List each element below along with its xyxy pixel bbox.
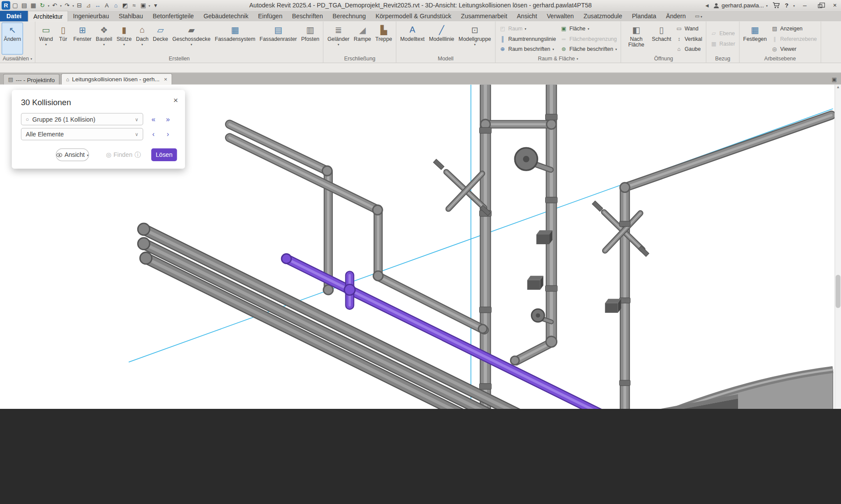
pipe-fitting[interactable] (138, 238, 149, 249)
sync-with-central-icon[interactable]: ↻ (38, 1, 47, 10)
panel-label-erschließung[interactable]: Erschließung (324, 55, 396, 63)
pipe-anchor-cube[interactable] (527, 276, 543, 290)
save-icon[interactable]: ▦ (29, 1, 38, 10)
ribbon-button-fläche-beschriften[interactable]: ⊛Fläche beschriften▾ (559, 44, 618, 53)
minimize-button[interactable]: – (800, 0, 810, 11)
ribbon-tab-ansicht[interactable]: Ansicht (512, 11, 542, 22)
ribbon-button-pfosten[interactable]: ▥Pfosten (299, 23, 321, 55)
previous-group-button[interactable]: « (149, 115, 158, 123)
vertical-scroll-thumb[interactable] (836, 275, 841, 308)
collision-group-dropdown[interactable]: ○ Gruppe 26 (1 Kollision) ∨ (21, 113, 143, 125)
pipe-fitting[interactable] (478, 325, 487, 333)
ribbon-button-fläche[interactable]: ▣Fläche▾ (559, 23, 618, 33)
ribbon-button-fassadenraster[interactable]: ▤Fassadenraster (258, 23, 299, 55)
switch-windows-icon-caret[interactable]: ▾ (149, 3, 150, 7)
close-button[interactable]: × (830, 0, 840, 11)
sync-with-central-icon-caret[interactable]: ▾ (48, 3, 50, 7)
pipe-anchor-cube[interactable] (605, 299, 621, 313)
redo-icon[interactable]: ↷ (63, 1, 71, 10)
view-button[interactable]: Ansicht ▾ (56, 148, 89, 161)
ribbon-button-raster[interactable]: ▦Raster (709, 39, 736, 48)
pipe-fitting[interactable] (373, 271, 383, 281)
pipe-segment[interactable] (144, 244, 575, 409)
ribbon-tab-gebäudetechnik[interactable]: Gebäudetechnik (199, 11, 253, 22)
ribbon-button-schacht[interactable]: ▯Schacht (650, 23, 674, 55)
ribbon-button-treppe[interactable]: ▙Treppe (373, 23, 394, 55)
ribbon-button-modellgruppe[interactable]: ⊡Modellgruppe▾ (457, 23, 493, 55)
thin-lines-icon[interactable]: ≈ (130, 1, 139, 10)
help-button[interactable]: ? (785, 2, 788, 9)
ribbon-button-dach[interactable]: ⌂Dach▾ (134, 23, 151, 55)
pipe-fitting[interactable] (344, 285, 355, 295)
panel-label-raum-fläche[interactable]: Raum & Fläche▾ (495, 55, 621, 63)
ribbon-tab-berechnung[interactable]: Berechnung (328, 11, 371, 22)
collision-elements-dropdown[interactable]: Alle Elemente ∨ (21, 128, 143, 140)
pipe-fitting[interactable] (138, 223, 149, 235)
pipe-fitting[interactable] (281, 254, 291, 263)
ribbon-button-vertikal[interactable]: ↕Vertikal (675, 34, 703, 43)
ribbon-tab-stahlbau[interactable]: Stahlbau (114, 11, 148, 22)
ribbon-button-flächenbegrenzung[interactable]: ═Flächenbegrenzung (559, 34, 618, 43)
ribbon-button-raum-beschriften[interactable]: ⊕Raum beschriften▾ (498, 44, 557, 53)
pipe-fitting[interactable] (546, 336, 557, 347)
sprinkler-paddle[interactable] (434, 159, 444, 169)
ribbon-button-fenster[interactable]: ⊞Fenster (71, 23, 94, 55)
valve-handle-large[interactable] (515, 148, 551, 170)
pipe-coupling[interactable] (619, 380, 630, 385)
pipe-coupling[interactable] (619, 221, 630, 226)
pipe-coupling[interactable] (546, 197, 557, 203)
help-caret-icon[interactable]: ▾ (793, 3, 795, 7)
ribbon-button-wand[interactable]: ▭Wand (675, 23, 703, 33)
measure-icon[interactable]: ⊿ (84, 1, 93, 10)
pipe-fitting[interactable] (324, 285, 333, 295)
print-icon[interactable]: ⊟ (75, 1, 84, 10)
pipe-fitting[interactable] (373, 205, 382, 215)
close-tab-icon[interactable]: × (164, 76, 167, 83)
switch-windows-icon[interactable]: ▣ (139, 1, 148, 10)
pipe-coupling[interactable] (546, 114, 557, 120)
ribbon-button-raum[interactable]: ◰Raum▾ (498, 23, 557, 33)
ribbon-button-wand[interactable]: ▭Wand▾ (37, 23, 55, 55)
panel-label-auswählen[interactable]: Auswählen▾ (0, 55, 35, 63)
panel-label-bezug[interactable]: Bezug (706, 55, 739, 63)
pipe-fitting[interactable] (546, 119, 556, 129)
open-file-icon[interactable]: ▤ (20, 1, 29, 10)
ribbon-tab-ändern[interactable]: Ändern (661, 11, 691, 22)
ribbon-button-decke[interactable]: ▱Decke (151, 23, 170, 55)
ribbon-button-ändern[interactable]: ↖Ändern (2, 23, 23, 55)
ribbon-button-viewer[interactable]: ◎Viewer (770, 44, 818, 53)
collapse-panel-icon[interactable]: ◀ (705, 3, 709, 8)
pipe-coupling[interactable] (480, 307, 491, 313)
ribbon-tab-einfügen[interactable]: Einfügen (253, 11, 287, 22)
ribbon-button-nach-fläche[interactable]: ◧Nach Fläche (623, 23, 650, 55)
revit-logo[interactable]: R (2, 1, 10, 10)
pipe-coupling[interactable] (546, 285, 557, 292)
pipe-fitting[interactable] (620, 182, 629, 192)
ribbon-button-modelllinie[interactable]: ╱Modelllinie (427, 23, 456, 55)
view-tab-leitungskollisionen-lösen-gerh[interactable]: ⌂Leitungskollisionen lösen - gerh...× (61, 73, 172, 85)
pipe-fitting[interactable] (510, 356, 519, 365)
close-icon[interactable]: × (173, 96, 178, 104)
ribbon-button-fassadensystem[interactable]: ▦Fassadensystem (212, 23, 257, 55)
ribbon-button-stütze[interactable]: ▮Stütze▾ (114, 23, 134, 55)
ribbon-button-ebene[interactable]: ▱Ebene (709, 29, 736, 38)
ribbon-button-modelltext[interactable]: AModelltext (398, 23, 427, 55)
pipe-fitting[interactable] (140, 252, 152, 264)
panel-label-arbeitsebene[interactable]: Arbeitsebene (739, 55, 821, 63)
ribbon-button-rampe[interactable]: ◢Rampe (351, 23, 373, 55)
vertical-scrollbar[interactable]: ▲ ▼ (834, 85, 841, 409)
pipe-segment[interactable] (229, 138, 377, 209)
panel-label-erstellen[interactable]: Erstellen (35, 55, 323, 63)
ribbon-button-raumtrennungslinie[interactable]: ║Raumtrennungslinie (498, 34, 557, 43)
view-tabs-menu-icon[interactable]: ▣ (831, 76, 837, 83)
pipe-network-back[interactable] (229, 85, 831, 409)
redo-icon-caret[interactable]: ▾ (73, 3, 74, 7)
default-3d-view-icon[interactable]: ⌂ (112, 1, 120, 10)
scroll-up-icon[interactable]: ▲ (835, 85, 841, 89)
pipe-fitting[interactable] (322, 166, 332, 176)
pipe-coupling[interactable] (480, 127, 491, 133)
ribbon-tab-plandata[interactable]: Plandata (627, 11, 661, 22)
ribbon-tab-beschriften[interactable]: Beschriften (287, 11, 328, 22)
find-button[interactable]: ◎ Finden ⓘ (105, 148, 142, 161)
pipe-anchor-cube[interactable] (536, 230, 553, 244)
